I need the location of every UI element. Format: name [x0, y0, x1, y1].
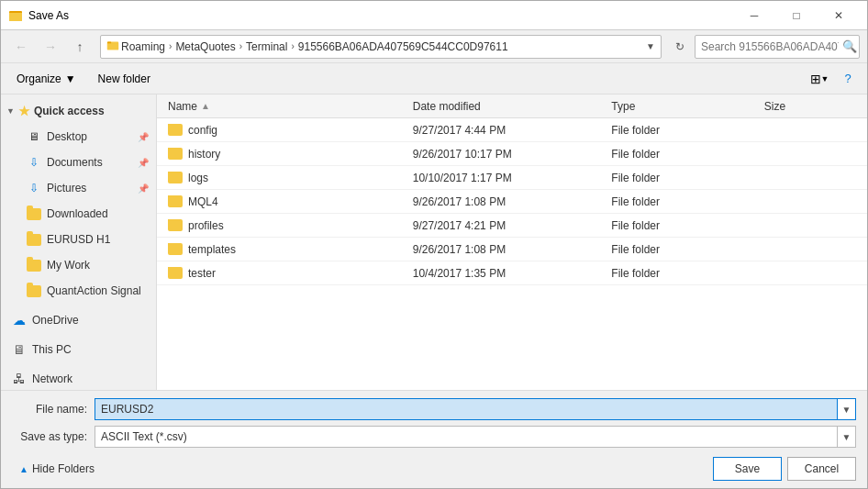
sidebar-label-desktop: Desktop	[47, 130, 132, 143]
desktop-pin-icon: 📌	[138, 132, 149, 142]
col-name-label: Name	[168, 100, 197, 113]
sidebar-item-network[interactable]: 🖧 Network	[1, 366, 156, 390]
savetype-value: ASCII Text (*.csv)	[101, 430, 187, 443]
col-type-label: Type	[611, 100, 635, 113]
sidebar-item-onedrive[interactable]: ☁ OneDrive	[1, 307, 156, 333]
sidebar-item-thispc[interactable]: 🖥 This PC	[1, 337, 156, 362]
folder-icon	[168, 243, 183, 255]
col-size[interactable]: Size	[757, 100, 863, 113]
file-type-cell: File folder	[604, 148, 756, 161]
file-name: profiles	[188, 219, 224, 232]
file-type-cell: File folder	[604, 195, 756, 208]
sidebar-label-pictures: Pictures	[47, 182, 132, 194]
address-part-roaming: Roaming	[121, 40, 165, 53]
documents-icon: ⇩	[27, 155, 41, 170]
table-row[interactable]: config 9/27/2017 4:44 PM File folder	[157, 118, 867, 142]
file-rows-container: config 9/27/2017 4:44 PM File folder his…	[157, 118, 867, 285]
address-part-metaquotes: MetaQuotes	[175, 40, 235, 53]
search-input[interactable]	[701, 40, 839, 53]
buttons-row: ▲ Hide Folders Save Cancel	[12, 453, 856, 481]
col-size-label: Size	[764, 100, 785, 113]
downloaded-icon	[27, 206, 41, 221]
organize-button[interactable]: Organize ▼	[8, 67, 84, 91]
sidebar-item-quantaction[interactable]: QuantAction Signal	[1, 278, 156, 304]
file-name: tester	[188, 267, 216, 280]
filename-input[interactable]	[95, 398, 838, 420]
address-part-terminal: Terminal	[246, 40, 287, 53]
svg-rect-4	[107, 43, 118, 50]
folder-icon	[168, 148, 183, 160]
main-content: ▼ ★ Quick access 🖥 Desktop 📌 ⇩ Documents…	[1, 94, 867, 390]
quick-access-group[interactable]: ▼ ★ Quick access	[1, 98, 156, 124]
sidebar-item-desktop[interactable]: 🖥 Desktop 📌	[1, 124, 156, 150]
documents-pin-icon: 📌	[138, 158, 149, 168]
filename-label: File name:	[12, 403, 95, 416]
pictures-icon: ⇩	[27, 181, 41, 195]
svg-rect-1	[9, 13, 22, 21]
folder-icon	[168, 124, 183, 136]
new-folder-button[interactable]: New folder	[88, 67, 161, 91]
mywork-icon	[27, 258, 41, 272]
quantaction-icon	[27, 283, 41, 298]
close-button[interactable]: ✕	[818, 1, 860, 30]
file-name-cell: logs	[161, 172, 406, 184]
sidebar-label-documents: Documents	[47, 156, 132, 169]
view-button[interactable]: ⊞ ▼	[807, 67, 832, 91]
filename-row: File name: ▼	[12, 398, 856, 420]
file-name-cell: templates	[161, 243, 406, 256]
hide-folders-label: Hide Folders	[32, 462, 95, 475]
sidebar-item-downloaded[interactable]: Downloaded	[1, 201, 156, 227]
folder-icon	[168, 267, 183, 279]
save-label: Save	[735, 462, 760, 475]
actions-toolbar: Organize ▼ New folder ⊞ ▼ ?	[1, 63, 867, 94]
save-button[interactable]: Save	[713, 457, 782, 481]
table-row[interactable]: history 9/26/2017 10:17 PM File folder	[157, 142, 867, 166]
file-name: MQL4	[188, 195, 218, 208]
col-date[interactable]: Date modified	[406, 100, 605, 113]
search-icon: 🔍	[842, 39, 857, 53]
address-dropdown-icon: ▼	[646, 41, 655, 51]
table-row[interactable]: logs 10/10/2017 1:17 PM File folder	[157, 166, 867, 190]
table-row[interactable]: templates 9/26/2017 1:08 PM File folder	[157, 238, 867, 261]
savetype-select[interactable]: ASCII Text (*.csv)	[95, 426, 838, 448]
window-controls: ─ □ ✕	[733, 1, 860, 30]
up-button[interactable]: ↑	[67, 34, 93, 60]
file-name: config	[188, 124, 217, 137]
network-icon: 🖧	[12, 372, 27, 386]
sidebar-item-pictures[interactable]: ⇩ Pictures 📌	[1, 175, 156, 201]
savetype-label: Save as type:	[12, 430, 95, 443]
quick-access-chevron-icon: ▼	[6, 106, 15, 116]
sidebar-item-eurusd[interactable]: EURUSD H1	[1, 227, 156, 252]
view-icon: ⊞	[810, 72, 821, 86]
cancel-button[interactable]: Cancel	[787, 457, 856, 481]
back-button[interactable]: ←	[8, 34, 34, 60]
address-bar[interactable]: Roaming › MetaQuotes › Terminal › 915566…	[100, 35, 662, 59]
sidebar-item-documents[interactable]: ⇩ Documents 📌	[1, 150, 156, 175]
sidebar-label-eurusd: EURUSD H1	[47, 233, 149, 246]
help-button[interactable]: ?	[836, 67, 860, 91]
search-box[interactable]: 🔍	[695, 35, 860, 59]
file-name: logs	[188, 172, 208, 184]
file-date-cell: 9/27/2017 4:44 PM	[406, 124, 605, 137]
savetype-dropdown-button[interactable]: ▼	[838, 426, 856, 448]
table-row[interactable]: tester 10/4/2017 1:35 PM File folder	[157, 261, 867, 285]
table-row[interactable]: profiles 9/27/2017 4:21 PM File folder	[157, 214, 867, 238]
file-type-cell: File folder	[604, 219, 756, 232]
col-name[interactable]: Name ▲	[161, 100, 406, 113]
sidebar-label-network: Network	[32, 372, 149, 385]
filename-dropdown-button[interactable]: ▼	[838, 398, 856, 420]
svg-rect-2	[11, 11, 15, 13]
hide-folders-row[interactable]: ▲ Hide Folders	[12, 459, 102, 479]
file-list-area: Name ▲ Date modified Type Size config	[157, 94, 867, 390]
onedrive-icon: ☁	[12, 313, 27, 328]
file-type-cell: File folder	[604, 172, 756, 184]
dialog-title: Save As	[28, 9, 733, 22]
navigation-toolbar: ← → ↑ Roaming › MetaQuotes › Terminal › …	[1, 30, 867, 63]
table-row[interactable]: MQL4 9/26/2017 1:08 PM File folder	[157, 190, 867, 214]
minimize-button[interactable]: ─	[733, 1, 775, 30]
col-type[interactable]: Type	[604, 100, 756, 113]
forward-button[interactable]: →	[38, 34, 63, 60]
maximize-button[interactable]: □	[775, 1, 818, 30]
refresh-button[interactable]: ↻	[669, 36, 691, 58]
sidebar-item-mywork[interactable]: My Work	[1, 252, 156, 278]
